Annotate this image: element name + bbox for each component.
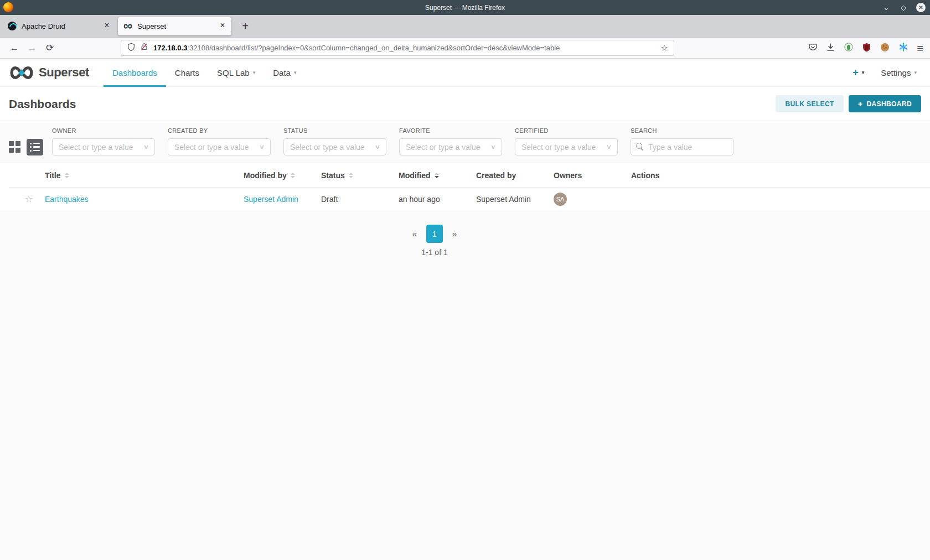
nav-item-charts[interactable]: Charts xyxy=(166,59,208,87)
toolbar-extensions: ≡ xyxy=(808,38,923,59)
chevron-down-icon: ∨ xyxy=(259,143,265,151)
column-header-created-by: Created by xyxy=(476,171,554,180)
shield-icon[interactable] xyxy=(127,43,136,54)
url-host: 172.18.0.3 xyxy=(153,44,187,52)
asterisk-extension-icon[interactable] xyxy=(898,42,908,54)
firefox-logo-icon xyxy=(3,2,13,12)
status-value: Draft xyxy=(321,195,338,204)
url-bar[interactable]: 172.18.0.3:32108/dashboard/list/?pageInd… xyxy=(121,40,674,56)
superset-logo[interactable]: Superset xyxy=(9,65,89,80)
owner-select[interactable]: Select or type a value∨ xyxy=(52,138,155,155)
minimize-button[interactable]: ⌄ xyxy=(882,3,891,12)
nav-item-dashboards[interactable]: Dashboards xyxy=(104,59,166,87)
tab-label: Apache Druid xyxy=(22,22,101,30)
superset-navbar: Superset Dashboards Charts SQL Lab▾ Data… xyxy=(0,59,930,87)
filter-label: CREATED BY xyxy=(168,127,271,134)
superset-infinity-icon xyxy=(9,65,34,80)
browser-tab-bar: Apache Druid × Superset × + xyxy=(0,15,930,38)
certified-select[interactable]: Select or type a value∨ xyxy=(515,138,618,155)
tab-close-icon[interactable]: × xyxy=(101,20,112,32)
filter-bar: OWNER Select or type a value∨ CREATED BY… xyxy=(0,127,930,155)
previous-page-button[interactable]: « xyxy=(412,229,417,238)
column-header-modified[interactable]: Modified xyxy=(399,171,476,180)
search-icon xyxy=(636,143,644,151)
bulk-select-button[interactable]: BULK SELECT xyxy=(776,95,843,112)
table-row: ☆ Earthquakes Superset Admin Draft an ho… xyxy=(9,187,930,210)
nav-item-sql-lab[interactable]: SQL Lab▾ xyxy=(208,59,264,87)
content-area: OWNER Select or type a value∨ CREATED BY… xyxy=(0,121,930,257)
filter-label: FAVORITE xyxy=(399,127,502,134)
created-by-select[interactable]: Select or type a value∨ xyxy=(168,138,271,155)
favorite-select[interactable]: Select or type a value∨ xyxy=(399,138,502,155)
page-header: Dashboards BULK SELECT + DASHBOARD xyxy=(0,87,930,121)
reload-button[interactable]: ⟳ xyxy=(41,42,59,54)
nav-item-data[interactable]: Data▾ xyxy=(264,59,305,87)
modified-by-link[interactable]: Superset Admin xyxy=(244,195,298,204)
bookmark-star-icon[interactable]: ☆ xyxy=(661,43,668,53)
dashboards-table: Title Modified by Status Modified Create… xyxy=(0,163,930,210)
caret-down-icon: ▾ xyxy=(914,70,917,75)
main-nav: Dashboards Charts SQL Lab▾ Data▾ xyxy=(104,59,305,87)
privacy-badger-extension-icon[interactable] xyxy=(844,42,854,54)
page-1-button[interactable]: 1 xyxy=(426,225,443,243)
next-page-button[interactable]: » xyxy=(452,229,457,238)
filter-label: CERTIFIED xyxy=(515,127,618,134)
filter-favorite: FAVORITE Select or type a value∨ xyxy=(399,127,502,155)
status-select[interactable]: Select or type a value∨ xyxy=(283,138,386,155)
column-header-actions: Actions xyxy=(631,171,930,180)
pocket-icon[interactable] xyxy=(808,43,818,54)
url-text[interactable]: 172.18.0.3:32108/dashboard/list/?pageInd… xyxy=(153,44,657,52)
tab-close-icon[interactable]: × xyxy=(217,20,228,32)
tab-label: Superset xyxy=(137,22,217,30)
modified-value: an hour ago xyxy=(399,195,440,204)
url-path: :32108/dashboard/list/?pageIndex=0&sortC… xyxy=(187,44,560,52)
cookie-extension-icon[interactable] xyxy=(880,42,890,55)
page-title: Dashboards xyxy=(9,97,76,111)
caret-down-icon: ▾ xyxy=(294,70,297,75)
download-icon[interactable] xyxy=(826,43,835,54)
caret-down-icon: ▾ xyxy=(862,70,865,75)
new-dashboard-button[interactable]: + DASHBOARD xyxy=(849,95,921,112)
card-view-icon[interactable] xyxy=(9,141,20,153)
maximize-button[interactable]: ◇ xyxy=(899,3,908,12)
filter-created-by: CREATED BY Select or type a value∨ xyxy=(168,127,271,155)
column-header-status[interactable]: Status xyxy=(321,171,399,180)
window-titlebar: Superset — Mozilla Firefox ⌄ ◇ ✕ xyxy=(0,0,930,15)
list-view-icon[interactable] xyxy=(27,139,43,155)
search-input[interactable] xyxy=(631,138,733,155)
sort-icon xyxy=(291,173,295,178)
tab-apache-druid[interactable]: Apache Druid × xyxy=(2,17,116,35)
page-header-actions: BULK SELECT + DASHBOARD xyxy=(776,95,921,112)
filter-status: STATUS Select or type a value∨ xyxy=(283,127,386,155)
chevron-down-icon: ∨ xyxy=(490,143,496,151)
lock-insecure-icon[interactable] xyxy=(140,43,148,53)
forward-button[interactable]: → xyxy=(23,43,41,54)
dashboard-title-link[interactable]: Earthquakes xyxy=(45,195,89,204)
chevron-down-icon: ∨ xyxy=(143,143,149,151)
brand-name: Superset xyxy=(39,65,89,80)
filter-label: OWNER xyxy=(52,127,155,134)
new-tab-button[interactable]: + xyxy=(238,20,252,33)
druid-favicon-icon xyxy=(8,22,17,30)
favorite-star-icon[interactable]: ☆ xyxy=(24,194,33,205)
sort-desc-icon xyxy=(435,173,439,178)
filter-label: STATUS xyxy=(283,127,386,134)
close-button[interactable]: ✕ xyxy=(916,3,926,12)
ublock-origin-extension-icon[interactable] xyxy=(862,43,871,54)
window-controls: ⌄ ◇ ✕ xyxy=(882,0,926,15)
chevron-down-icon: ∨ xyxy=(606,143,612,151)
column-header-title[interactable]: Title xyxy=(45,171,244,180)
plus-icon: + xyxy=(858,100,863,108)
filter-label: SEARCH xyxy=(631,127,733,134)
settings-menu-button[interactable]: Settings▾ xyxy=(881,68,917,77)
filter-owner: OWNER Select or type a value∨ xyxy=(52,127,155,155)
column-header-modified-by[interactable]: Modified by xyxy=(244,171,321,180)
owner-avatar[interactable]: SA xyxy=(554,193,567,206)
sort-icon xyxy=(349,173,353,178)
sort-icon xyxy=(65,173,69,178)
new-item-menu-button[interactable]: +▾ xyxy=(852,67,864,79)
filter-certified: CERTIFIED Select or type a value∨ xyxy=(515,127,618,155)
tab-superset[interactable]: Superset × xyxy=(118,17,231,35)
back-button[interactable]: ← xyxy=(6,43,23,54)
menu-hamburger-icon[interactable]: ≡ xyxy=(917,43,923,54)
